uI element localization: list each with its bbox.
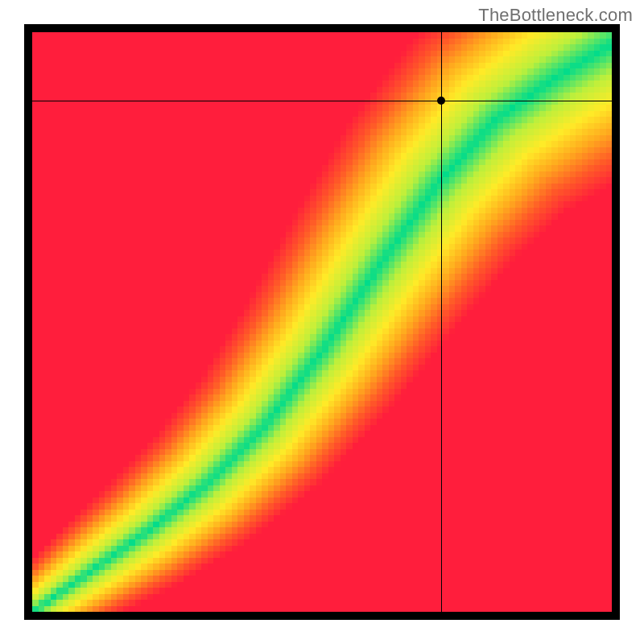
watermark-text: TheBottleneck.com xyxy=(478,5,633,26)
crosshair-horizontal xyxy=(32,101,612,102)
plot-area xyxy=(32,32,612,612)
heatmap-canvas xyxy=(32,32,612,612)
marker-dot xyxy=(437,97,445,105)
plot-frame xyxy=(24,24,620,620)
crosshair-vertical xyxy=(441,32,443,612)
page-root: TheBottleneck.com xyxy=(0,0,644,644)
